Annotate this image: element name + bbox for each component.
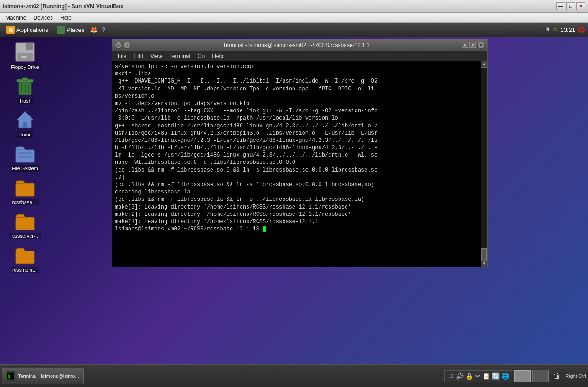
terminal-expand-button[interactable]: ▲ (462, 42, 468, 48)
terminal-menu-help[interactable]: Help (208, 52, 227, 60)
terminal-scrollbar[interactable]: ▲ ▼ (481, 61, 487, 267)
svg-rect-15 (16, 183, 34, 196)
terminal-close-button[interactable]: ✕ (477, 42, 485, 49)
help-button[interactable]: ? (99, 25, 108, 34)
svg-rect-6 (22, 78, 28, 80)
taskbar-trash-button[interactable]: 🗑 (551, 370, 563, 382)
vbox-menu-help[interactable]: Help (57, 14, 75, 22)
tray-icon-7: 🌐 (501, 372, 509, 380)
svg-rect-3 (21, 56, 27, 58)
help-icon: ? (102, 26, 105, 33)
vbox-menu-devices[interactable]: Devices (30, 14, 57, 22)
rcssbase-icon (14, 176, 36, 198)
tray-icon-5: 📋 (482, 372, 490, 380)
terminal-menu-terminal[interactable]: Terminal (166, 52, 194, 60)
taskbar-trash-icon: 🗑 (553, 372, 561, 380)
taskbar-terminal-icon: $_ (6, 371, 15, 381)
svg-line-9 (28, 84, 29, 93)
terminal-scroll-up-button[interactable]: ▲ (481, 61, 487, 68)
trash-label: Trash (17, 98, 33, 104)
rcssbase-label: rcssbase-... (11, 199, 40, 205)
terminal-window: — ▪ Terminal - lsimons@lsimons-vm02: ~/R… (112, 39, 488, 267)
desktop-icon-rcssserver[interactable]: rcssserver-... (5, 210, 46, 239)
svg-rect-16 (16, 217, 34, 230)
tray-icon-2: 🔊 (456, 372, 464, 380)
taskbar: $_ Terminal - lsimons@lsimo... 🖥 🔊 🔒 ✂ 📋… (0, 364, 588, 387)
svg-line-7 (21, 84, 22, 93)
desktop-icon-rcssbase[interactable]: rcssbase-... (5, 176, 46, 205)
terminal-title: Terminal - lsimons@lsimons-vm02: ~/RCSS/… (131, 42, 462, 48)
terminal-menu-go[interactable]: Go (194, 52, 208, 60)
terminal-menu-edit[interactable]: Edit (130, 52, 147, 60)
vbox-maximize-button[interactable]: □ (566, 2, 575, 10)
clock: 13:21 (560, 26, 575, 33)
terminal-shrink-button[interactable]: ▼ (469, 42, 476, 48)
desktop-icon-filesystem[interactable]: File System (5, 142, 46, 172)
filesystem-icon (14, 142, 36, 164)
vbox-window-controls: — □ ✕ (556, 2, 585, 10)
vbox-minimize-button[interactable]: — (556, 2, 565, 10)
svg-rect-11 (23, 122, 27, 128)
svg-rect-1 (26, 43, 33, 50)
places-icon (57, 26, 65, 34)
svg-rect-14 (18, 156, 32, 158)
terminal-titlebar: — ▪ Terminal - lsimons@lsimons-vm02: ~/R… (112, 39, 487, 51)
places-menu-button[interactable]: Places (53, 25, 88, 35)
svg-rect-17 (16, 251, 34, 264)
terminal-cursor (263, 226, 266, 232)
taskbar-terminal-label: Terminal - lsimons@lsimo... (18, 373, 79, 379)
vbox-menu-machine[interactable]: Machine (2, 14, 30, 22)
taskbar-system-tray: 🖥 🔊 🔒 ✂ 📋 🔄 🌐 (444, 370, 512, 382)
vbox-menubar: Machine Devices Help (0, 13, 588, 23)
terminal-right-buttons: ▲ ▼ ✕ (462, 42, 485, 49)
terminal-minimize-button[interactable]: — (115, 42, 122, 49)
terminal-menu-view[interactable]: View (147, 52, 166, 60)
rcssmonit-icon (14, 244, 36, 266)
desktop-icon-home[interactable]: Home (5, 109, 46, 138)
home-icon (14, 109, 36, 131)
tray-icon-3: 🔒 (465, 372, 473, 380)
desktop: Floppy Drive Trash (0, 37, 588, 364)
applications-label: Applications (16, 26, 48, 33)
vbox-titlebar: lsimons-vm02 [Running] - Sun xVM Virtual… (0, 0, 588, 13)
workspace-button-2[interactable] (532, 370, 549, 382)
desktop-icon-trash[interactable]: Trash (5, 75, 46, 104)
tray-icon-4: ✂ (475, 372, 480, 380)
gnome-bar-right: 🖥 ⚠ 13:21 ⏻ (544, 26, 585, 34)
right-ctrl-label: Right Ctrl (565, 373, 586, 379)
rcssmonit-label: rcssmonit... (11, 267, 39, 273)
terminal-content-area[interactable]: s/version.Tpo -c -o version.lo version.c… (112, 61, 487, 267)
applications-icon: ▦ (6, 26, 15, 34)
tray-icon-1: 🖥 (448, 372, 454, 380)
desktop-icon-rcssmonit[interactable]: rcssmonit... (5, 244, 46, 273)
gnome-topbar: ▦ Applications Places 🦊 ? 🖥 ⚠ 13:21 ⏻ (0, 23, 588, 37)
terminal-menu-file[interactable]: File (114, 52, 130, 60)
terminal-scroll-down-button[interactable]: ▼ (481, 260, 487, 267)
rcssserver-label: rcssserver-... (9, 233, 41, 239)
workspace-button-1[interactable] (514, 370, 531, 382)
filesystem-label: File System (10, 165, 39, 172)
terminal-left-buttons: — ▪ (115, 42, 131, 49)
taskbar-terminal-button[interactable]: $_ Terminal - lsimons@lsimo... (2, 368, 84, 384)
svg-rect-13 (18, 152, 32, 154)
trash-icon (14, 75, 36, 97)
firefox-icon: 🦊 (90, 26, 98, 33)
terminal-menubar: File Edit View Terminal Go Help (112, 51, 487, 61)
applications-menu-button[interactable]: ▦ Applications (3, 25, 52, 35)
places-label: Places (67, 26, 84, 33)
home-label: Home (17, 131, 33, 138)
tray-icon-6: 🔄 (492, 372, 500, 380)
vbox-title-text: lsimons-vm02 [Running] - Sun xVM Virtual… (3, 3, 123, 10)
firefox-button[interactable]: 🦊 (89, 25, 98, 34)
vbox-close-button[interactable]: ✕ (576, 2, 585, 10)
display-icon: 🖥 (544, 26, 550, 33)
rcssserver-icon (14, 210, 36, 232)
terminal-maximize-button[interactable]: ▪ (124, 42, 131, 49)
floppy-drive-label: Floppy Drive (10, 64, 41, 70)
desktop-icon-floppy-drive[interactable]: Floppy Drive (5, 41, 46, 70)
warning-icon: ⚠ (552, 26, 557, 33)
desktop-icons-column: Floppy Drive Trash (0, 37, 50, 277)
terminal-output[interactable]: s/version.Tpo -c -o version.lo version.c… (112, 61, 481, 235)
floppy-drive-icon (14, 41, 36, 63)
taskbar-right: 🖥 🔊 🔒 ✂ 📋 🔄 🌐 🗑 Right Ctrl (444, 370, 586, 382)
